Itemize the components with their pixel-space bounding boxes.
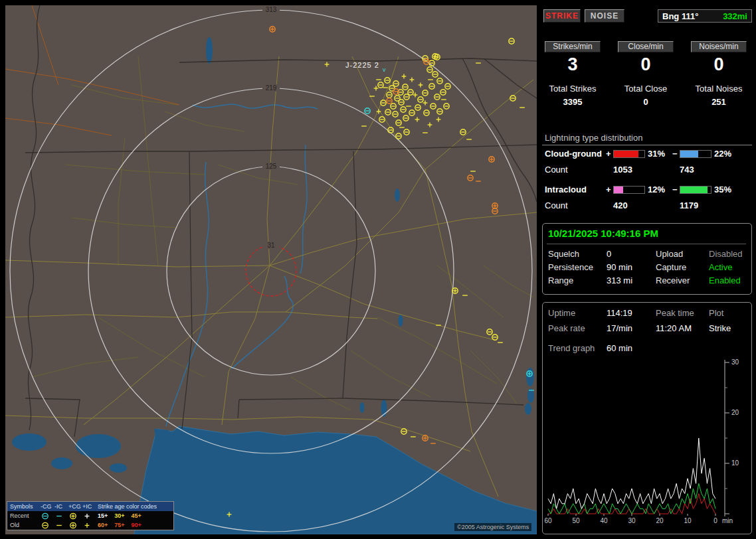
legend-symbols-header: Symbols — [7, 503, 38, 510]
strikes-per-min-box: Strikes/min — [545, 41, 601, 52]
noises-per-min-box: Noises/min — [691, 41, 747, 52]
close-per-min-box: Close/min — [618, 41, 674, 52]
noises-column: Noises/min 0 Total Noises 251 — [691, 41, 747, 114]
copyright-notice: ©2005 Astrogenic Systems — [454, 523, 531, 531]
count-label: Count — [545, 165, 568, 175]
legend-p-icon — [81, 512, 93, 520]
minus-sign: − — [672, 149, 678, 159]
map-legend: Symbols -CG -IC +CG +IC Strike age color… — [7, 501, 174, 530]
capture-status: Active — [709, 262, 732, 272]
squelch-label: Squelch — [548, 249, 579, 259]
uptime-label: Uptime — [548, 308, 575, 318]
range-label: Range — [548, 275, 573, 285]
legend-col-pos-ic: +IC — [80, 503, 94, 510]
cg-positive-count: 1053 — [613, 165, 632, 175]
y-tick-label: 10 — [731, 459, 739, 467]
age-code-30+: 30+ — [114, 512, 124, 519]
total-close-label: Total Close — [618, 84, 674, 94]
trend-box: Uptime 114:19 Peak time Plot Peak rate 1… — [542, 302, 752, 534]
ic-count-row: Count 420 1179 — [539, 200, 756, 211]
y-tick-label: 20 — [731, 409, 739, 416]
legend-cp-icon — [67, 521, 79, 530]
cg-negative-pct: 22% — [714, 149, 731, 159]
total-strikes-value: 3395 — [545, 97, 601, 107]
noise-button[interactable]: NOISE — [585, 9, 624, 23]
ic-negative-pct: 35% — [714, 185, 731, 194]
info-row: Uptime 114:19 Peak time Plot — [543, 308, 751, 320]
x-tick-label: 50 — [572, 517, 580, 524]
receiver-label: Receiver — [656, 275, 690, 285]
ic-positive-pct: 12% — [648, 185, 665, 194]
datetime-display: 10/21/2025 10:49:16 PM — [548, 228, 658, 239]
x-unit-label: min — [722, 517, 733, 524]
legend-old-label: Old — [7, 522, 38, 528]
legend-p-icon — [81, 521, 93, 530]
close-column: Close/min 0 Total Close 0 — [618, 41, 674, 114]
side-panel: STRIKE NOISE Bng 111° 332mi Strikes/min … — [539, 0, 756, 539]
strike-button[interactable]: STRIKE — [543, 9, 581, 23]
strikes-column: Strikes/min 3 Total Strikes 3395 — [545, 41, 601, 114]
peak-time-label: Peak time — [656, 308, 694, 318]
uptime-value: 114:19 — [607, 308, 632, 318]
ring-label: 125 — [266, 163, 277, 170]
ic-positive-bar — [613, 186, 645, 194]
trend-graph-value: 60 min — [607, 343, 632, 353]
distribution-header: Lightning type distribution — [545, 133, 642, 143]
legend-m-icon — [53, 521, 65, 530]
total-noises-label: Total Noises — [691, 84, 747, 94]
receiver-status: Enabled — [709, 275, 741, 285]
intracloud-row: Intracloud + 12% − 35% — [539, 185, 756, 195]
peak-rate-value: 17/min — [607, 323, 632, 333]
trend-graph: 3020106050403020100min — [544, 356, 750, 530]
status-row: Range 313 mi Receiver Enabled — [543, 275, 751, 287]
legend-cp-icon — [67, 512, 79, 520]
age-code-45+: 45+ — [132, 512, 142, 519]
legend-cm-icon — [39, 521, 51, 530]
cg-positive-pct: 31% — [648, 149, 665, 159]
y-tick-label: 30 — [731, 358, 739, 366]
map-canvas[interactable]: 31321912531 — [5, 5, 537, 534]
info-row: Peak rate 17/min 11:20 AM Strike — [543, 323, 751, 335]
x-tick-label: 30 — [628, 517, 636, 524]
ring-label: 313 — [266, 6, 277, 13]
age-codes-row-2: 60+75+90+ — [94, 522, 173, 528]
status-row: Persistence 90 min Capture Active — [543, 262, 751, 274]
persistence-value: 90 min — [607, 262, 632, 272]
distance-value: 332mi — [723, 11, 747, 21]
intracloud-label: Intracloud — [545, 185, 587, 194]
capture-label: Capture — [656, 262, 686, 272]
legend-recent-row: Recent 15+30+45+ — [7, 511, 173, 520]
cg-count-row: Count 1053 743 — [539, 165, 756, 175]
ring-label: 219 — [266, 84, 277, 92]
storm-direction-arrow: v — [383, 66, 386, 73]
cg-negative-count: 743 — [680, 165, 694, 175]
age-codes-row-1: 15+30+45+ — [94, 512, 173, 519]
legend-col-neg-ic: -IC — [52, 503, 66, 510]
legend-recent-label: Recent — [7, 512, 38, 519]
strikes-per-min-value: 3 — [545, 54, 601, 75]
status-row: Squelch 0 Upload Disabled — [543, 249, 751, 261]
cg-negative-bar — [680, 150, 711, 158]
bearing-distance-readout: Bng 111° 332mi — [658, 9, 752, 23]
x-tick-label: 10 — [684, 517, 692, 524]
upload-status: Disabled — [709, 249, 743, 259]
storm-cell-label: J-2225 2 — [345, 61, 379, 69]
legend-header-row: Symbols -CG -IC +CG +IC Strike age color… — [7, 502, 173, 511]
x-tick-label: 40 — [600, 517, 608, 524]
peak-rate-label: Peak rate — [548, 323, 585, 333]
x-tick-label: 20 — [656, 517, 664, 524]
total-noises-value: 251 — [691, 97, 747, 107]
plot-value: Strike — [709, 323, 731, 333]
age-code-75+: 75+ — [114, 522, 124, 528]
total-strikes-label: Total Strikes — [545, 84, 601, 94]
plus-sign: + — [606, 149, 611, 159]
lightning-map[interactable]: 31321912531 J-2225 2 v Symbols -CG -IC +… — [5, 5, 537, 534]
legend-col-pos-cg: +CG — [66, 503, 80, 510]
close-per-min-value: 0 — [618, 54, 674, 75]
trend-graph-label: Trend graph — [548, 343, 595, 353]
legend-col-neg-cg: -CG — [38, 503, 52, 510]
noises-per-min-value: 0 — [691, 54, 747, 75]
total-close-value: 0 — [618, 97, 674, 107]
legend-m-icon — [53, 512, 65, 520]
squelch-value: 0 — [607, 249, 611, 259]
